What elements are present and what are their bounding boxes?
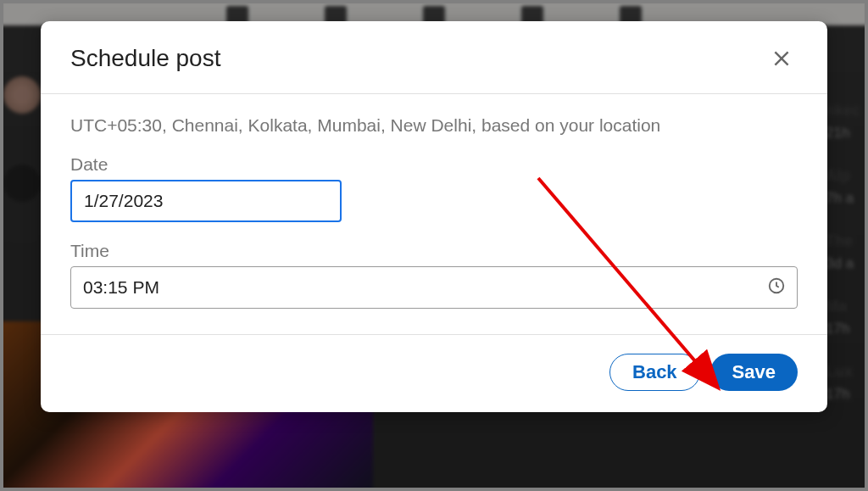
back-button[interactable]: Back (609, 354, 700, 391)
save-button[interactable]: Save (710, 354, 798, 391)
close-icon (771, 47, 793, 70)
time-input[interactable] (70, 266, 798, 309)
clock-icon (767, 276, 786, 299)
modal-footer: Back Save (41, 334, 827, 412)
modal-header: Schedule post (41, 21, 827, 94)
time-input-wrapper (70, 266, 798, 309)
time-label: Time (70, 241, 798, 261)
close-button[interactable] (765, 42, 798, 75)
date-field-group: Date (70, 154, 798, 222)
time-field-group: Time (70, 241, 798, 309)
timezone-info: UTC+05:30, Chennai, Kolkata, Mumbai, New… (70, 115, 798, 136)
modal-body: UTC+05:30, Chennai, Kolkata, Mumbai, New… (41, 94, 827, 334)
modal-title: Schedule post (70, 45, 220, 72)
date-input[interactable] (70, 180, 342, 222)
schedule-post-modal: Schedule post UTC+05:30, Chennai, Kolkat… (41, 21, 827, 412)
date-label: Date (70, 154, 798, 175)
